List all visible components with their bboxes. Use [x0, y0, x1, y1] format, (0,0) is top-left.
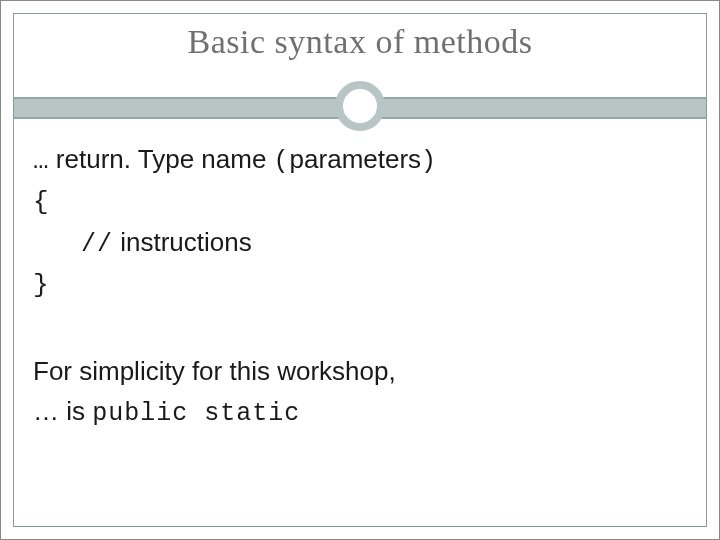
signature-text: return. Type name — [49, 144, 274, 174]
ellipsis-text: … — [33, 146, 49, 176]
footer-code: public static — [92, 399, 300, 428]
rparen-text: ) — [421, 147, 437, 176]
slide-body: … return. Type name (parameters) { // in… — [33, 139, 687, 434]
footer-line1: For simplicity for this workshop, — [33, 351, 687, 391]
spacer — [33, 305, 687, 351]
brace-open: { — [33, 182, 687, 222]
lparen-text: ( — [274, 147, 290, 176]
footer-line2: … is public static — [33, 391, 687, 434]
footer-prefix: … is — [33, 396, 92, 426]
syntax-signature-line: … return. Type name (parameters) — [33, 139, 687, 182]
params-text: parameters — [290, 144, 422, 174]
slide: Basic syntax of methods … return. Type n… — [0, 0, 720, 540]
comment-text: instructions — [113, 227, 252, 257]
brace-close: } — [33, 265, 687, 305]
slide-title: Basic syntax of methods — [1, 23, 719, 61]
comment-slashes: // — [81, 230, 113, 259]
divider-circle-icon — [335, 81, 385, 131]
instructions-line: // instructions — [33, 222, 687, 265]
